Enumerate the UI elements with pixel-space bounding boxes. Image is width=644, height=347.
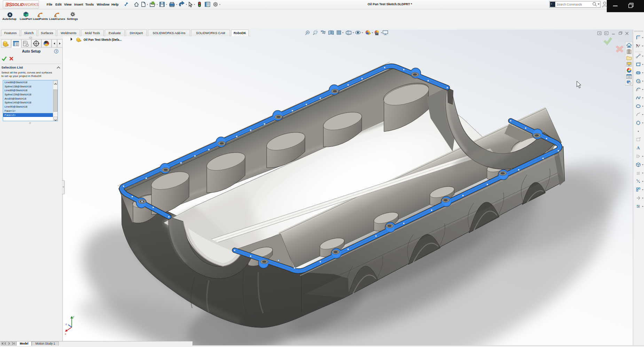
svg-text:y: y	[73, 315, 74, 318]
svg-text:WORKS: WORKS	[24, 2, 39, 7]
svg-text:Oil Pan Test Sketch (Defa...: Oil Pan Test Sketch (Defa...	[84, 38, 121, 41]
svg-text:ƎS: ƎS	[5, 2, 12, 7]
svg-text:z: z	[65, 323, 67, 326]
svg-text:?: ?	[55, 50, 57, 53]
svg-text:SOLID: SOLID	[12, 2, 24, 7]
svg-text:x: x	[65, 332, 66, 336]
svg-text:A: A	[637, 145, 640, 150]
